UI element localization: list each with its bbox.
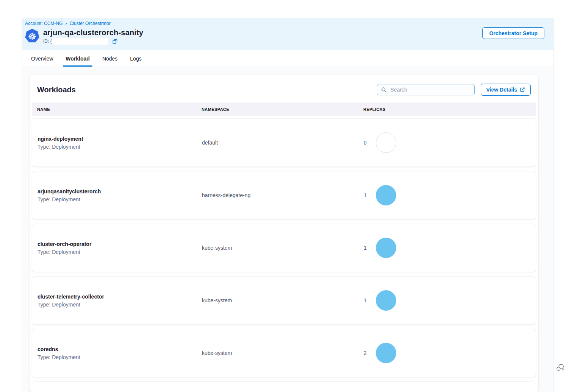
chat-bubbles-icon[interactable] xyxy=(556,363,565,372)
workload-type: Type: Deployment xyxy=(38,302,202,308)
replica-status-circle xyxy=(376,343,396,363)
workload-rows: nginx-deployment Type: Deployment defaul… xyxy=(32,118,536,377)
orchestrator-setup-button[interactable]: Orchestrator Setup xyxy=(482,27,544,39)
tab-overview[interactable]: Overview xyxy=(31,50,53,67)
cluster-id-partial: ( xyxy=(50,39,52,44)
replica-status-circle xyxy=(376,290,396,311)
tab-bar: Overview Workload Nodes Logs xyxy=(22,50,553,67)
workload-name-cell: nginx-deployment Type: Deployment xyxy=(38,136,202,150)
breadcrumb-section-link[interactable]: Cluster Orchestrator xyxy=(70,21,111,26)
workloads-card-header: Workloads View Details xyxy=(37,84,531,96)
workloads-card: Workloads View Details xyxy=(30,75,538,392)
tab-nodes[interactable]: Nodes xyxy=(102,50,117,67)
cluster-id-redacted xyxy=(52,38,108,45)
workloads-actions: View Details xyxy=(377,84,531,96)
cluster-title-block: arjun-qa-clusterorch-sanity ID: ( xyxy=(43,28,143,45)
workload-namespace: kube-system xyxy=(202,245,364,251)
workload-type: Type: Deployment xyxy=(38,249,202,255)
workload-replicas-cell: 0 xyxy=(364,132,536,153)
breadcrumb-account-link[interactable]: Account: CCM-NG xyxy=(25,21,63,26)
workload-replicas-cell: 1 xyxy=(364,290,536,311)
workload-namespace: kube-system xyxy=(202,350,364,356)
cluster-id-label: ID: xyxy=(43,39,49,44)
workload-namespace: kube-system xyxy=(202,297,364,303)
replica-count: 1 xyxy=(364,245,367,251)
column-header-name: NAME xyxy=(37,107,202,112)
workload-name: nginx-deployment xyxy=(38,136,202,142)
copy-icon[interactable] xyxy=(112,39,118,44)
workload-row[interactable]: cluster-telemetry-collector Type: Deploy… xyxy=(32,276,536,325)
workload-name-cell: arjunqasanityclusterorch Type: Deploymen… xyxy=(38,188,202,202)
workload-row[interactable]: nginx-deployment Type: Deployment defaul… xyxy=(32,118,536,167)
workload-replicas-cell: 1 xyxy=(364,185,536,205)
workload-row-partial[interactable] xyxy=(32,381,536,392)
content-area: Workloads View Details xyxy=(22,67,553,392)
view-details-button[interactable]: View Details xyxy=(481,84,531,96)
workload-namespace: default xyxy=(202,140,364,146)
workload-name: arjunqasanityclusterorch xyxy=(38,188,202,194)
replica-count: 1 xyxy=(364,192,367,198)
replica-status-circle xyxy=(376,238,396,258)
kubernetes-icon: ☸ xyxy=(25,29,39,43)
breadcrumb-separator-icon: › xyxy=(65,21,67,26)
workload-name-cell: cluster-orch-operator Type: Deployment xyxy=(38,241,202,255)
replica-count: 1 xyxy=(364,297,367,303)
workload-name: coredns xyxy=(38,346,202,352)
search-input[interactable] xyxy=(390,86,471,93)
tab-workload[interactable]: Workload xyxy=(66,50,90,67)
workload-row[interactable]: coredns Type: Deployment kube-system 2 xyxy=(32,329,536,377)
app-frame: Account: CCM-NG › Cluster Orchestrator ☸… xyxy=(22,18,554,392)
replica-status-circle xyxy=(376,132,396,153)
column-header-namespace: NAMESPACE xyxy=(202,107,363,112)
workload-namespace: harness-delegate-ng xyxy=(202,192,364,198)
workload-type: Type: Deployment xyxy=(38,196,202,202)
replica-count: 0 xyxy=(364,140,367,146)
workload-name-cell: cluster-telemetry-collector Type: Deploy… xyxy=(38,294,202,308)
search-icon xyxy=(381,87,387,93)
replica-count: 2 xyxy=(364,350,367,356)
cluster-id-line: ID: ( xyxy=(43,38,143,45)
column-header-replicas: REPLICAS xyxy=(363,107,536,112)
workload-name-cell: coredns Type: Deployment xyxy=(38,346,202,360)
page-title: arjun-qa-clusterorch-sanity xyxy=(43,28,143,37)
cluster-title-row: ☸ arjun-qa-clusterorch-sanity ID: ( xyxy=(25,28,544,45)
replica-status-circle xyxy=(376,185,396,205)
tab-logs[interactable]: Logs xyxy=(130,50,141,67)
workload-type: Type: Deployment xyxy=(38,144,202,150)
svg-text:☸: ☸ xyxy=(28,31,36,42)
workload-name: cluster-orch-operator xyxy=(38,241,202,247)
breadcrumb: Account: CCM-NG › Cluster Orchestrator xyxy=(25,21,544,26)
cluster-header: Account: CCM-NG › Cluster Orchestrator ☸… xyxy=(22,18,553,50)
workload-row[interactable]: cluster-orch-operator Type: Deployment k… xyxy=(32,224,536,272)
table-header: NAME NAMESPACE REPLICAS xyxy=(32,103,536,116)
workload-name: cluster-telemetry-collector xyxy=(38,294,202,300)
search-box[interactable] xyxy=(377,84,475,95)
workload-replicas-cell: 1 xyxy=(364,238,536,258)
workload-type: Type: Deployment xyxy=(38,354,202,360)
external-link-icon xyxy=(520,87,525,92)
workload-replicas-cell: 2 xyxy=(364,343,536,363)
workloads-title: Workloads xyxy=(37,86,76,94)
view-details-label: View Details xyxy=(486,87,517,93)
workload-row[interactable]: arjunqasanityclusterorch Type: Deploymen… xyxy=(32,171,536,219)
